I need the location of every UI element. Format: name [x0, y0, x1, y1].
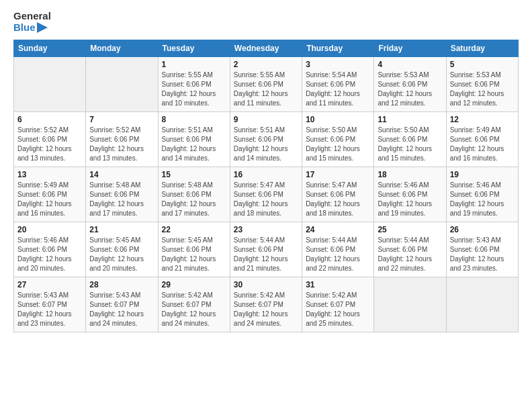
day-number: 19 — [450, 170, 515, 179]
calendar-cell: 7Sunrise: 5:52 AM Sunset: 6:06 PM Daylig… — [86, 112, 158, 167]
logo: General Blue — [13, 11, 51, 33]
header: General Blue — [13, 11, 519, 33]
weekday-header-tuesday: Tuesday — [158, 40, 230, 57]
calendar: SundayMondayTuesdayWednesdayThursdayFrid… — [13, 40, 519, 332]
day-info: Sunrise: 5:55 AM Sunset: 6:06 PM Dayligh… — [162, 71, 226, 108]
day-info: Sunrise: 5:46 AM Sunset: 6:06 PM Dayligh… — [450, 181, 515, 218]
day-number: 21 — [89, 225, 154, 234]
day-number: 11 — [378, 115, 442, 124]
weekday-header-friday: Friday — [374, 40, 446, 57]
weekday-header-sunday: Sunday — [14, 40, 86, 57]
calendar-cell: 16Sunrise: 5:47 AM Sunset: 6:06 PM Dayli… — [230, 167, 302, 222]
calendar-cell: 22Sunrise: 5:45 AM Sunset: 6:06 PM Dayli… — [158, 222, 230, 277]
day-number: 27 — [17, 280, 82, 289]
day-number: 24 — [306, 225, 370, 234]
day-number: 29 — [162, 280, 226, 289]
calendar-week-row: 13Sunrise: 5:49 AM Sunset: 6:06 PM Dayli… — [14, 167, 519, 222]
calendar-cell: 26Sunrise: 5:43 AM Sunset: 6:06 PM Dayli… — [446, 222, 518, 277]
weekday-header-saturday: Saturday — [446, 40, 518, 57]
day-info: Sunrise: 5:44 AM Sunset: 6:06 PM Dayligh… — [234, 236, 298, 273]
day-info: Sunrise: 5:47 AM Sunset: 6:06 PM Dayligh… — [234, 181, 298, 218]
calendar-week-row: 27Sunrise: 5:43 AM Sunset: 6:07 PM Dayli… — [14, 277, 519, 332]
day-info: Sunrise: 5:49 AM Sunset: 6:06 PM Dayligh… — [17, 181, 82, 218]
day-info: Sunrise: 5:45 AM Sunset: 6:06 PM Dayligh… — [89, 236, 154, 273]
day-info: Sunrise: 5:50 AM Sunset: 6:06 PM Dayligh… — [306, 126, 370, 163]
calendar-week-row: 1Sunrise: 5:55 AM Sunset: 6:06 PM Daylig… — [14, 57, 519, 112]
day-number: 20 — [17, 225, 82, 234]
day-number: 12 — [450, 115, 515, 124]
calendar-cell: 10Sunrise: 5:50 AM Sunset: 6:06 PM Dayli… — [302, 112, 374, 167]
logo-blue: Blue — [13, 22, 51, 34]
day-info: Sunrise: 5:54 AM Sunset: 6:06 PM Dayligh… — [306, 71, 370, 108]
calendar-cell: 25Sunrise: 5:44 AM Sunset: 6:06 PM Dayli… — [374, 222, 446, 277]
day-info: Sunrise: 5:43 AM Sunset: 6:07 PM Dayligh… — [89, 291, 154, 328]
day-number: 13 — [17, 170, 82, 179]
calendar-cell: 30Sunrise: 5:42 AM Sunset: 6:07 PM Dayli… — [230, 277, 302, 332]
day-number: 8 — [162, 115, 226, 124]
calendar-cell: 6Sunrise: 5:52 AM Sunset: 6:06 PM Daylig… — [14, 112, 86, 167]
day-number: 16 — [234, 170, 298, 179]
day-number: 7 — [89, 115, 154, 124]
day-number: 14 — [89, 170, 154, 179]
page: General Blue SundayMondayTuesdayWednesda… — [0, 0, 532, 411]
day-number: 10 — [306, 115, 370, 124]
logo-general: General — [13, 11, 51, 22]
day-number: 30 — [234, 280, 298, 289]
calendar-cell: 13Sunrise: 5:49 AM Sunset: 6:06 PM Dayli… — [14, 167, 86, 222]
day-info: Sunrise: 5:51 AM Sunset: 6:06 PM Dayligh… — [234, 126, 298, 163]
day-number: 2 — [234, 60, 298, 69]
calendar-cell: 24Sunrise: 5:44 AM Sunset: 6:06 PM Dayli… — [302, 222, 374, 277]
svg-marker-0 — [37, 22, 48, 33]
day-info: Sunrise: 5:43 AM Sunset: 6:07 PM Dayligh… — [17, 291, 82, 328]
calendar-cell: 15Sunrise: 5:48 AM Sunset: 6:06 PM Dayli… — [158, 167, 230, 222]
calendar-cell: 4Sunrise: 5:53 AM Sunset: 6:06 PM Daylig… — [374, 57, 446, 112]
day-info: Sunrise: 5:44 AM Sunset: 6:06 PM Dayligh… — [306, 236, 370, 273]
calendar-cell: 19Sunrise: 5:46 AM Sunset: 6:06 PM Dayli… — [446, 167, 518, 222]
day-number: 5 — [450, 60, 515, 69]
day-number: 22 — [162, 225, 226, 234]
day-info: Sunrise: 5:48 AM Sunset: 6:06 PM Dayligh… — [89, 181, 154, 218]
day-number: 18 — [378, 170, 442, 179]
day-info: Sunrise: 5:49 AM Sunset: 6:06 PM Dayligh… — [450, 126, 515, 163]
calendar-cell: 21Sunrise: 5:45 AM Sunset: 6:06 PM Dayli… — [86, 222, 158, 277]
weekday-header-wednesday: Wednesday — [230, 40, 302, 57]
day-info: Sunrise: 5:55 AM Sunset: 6:06 PM Dayligh… — [234, 71, 298, 108]
day-info: Sunrise: 5:42 AM Sunset: 6:07 PM Dayligh… — [234, 291, 298, 328]
calendar-week-row: 20Sunrise: 5:46 AM Sunset: 6:06 PM Dayli… — [14, 222, 519, 277]
weekday-header-row: SundayMondayTuesdayWednesdayThursdayFrid… — [14, 40, 519, 57]
day-number: 28 — [89, 280, 154, 289]
calendar-cell: 5Sunrise: 5:53 AM Sunset: 6:06 PM Daylig… — [446, 57, 518, 112]
calendar-cell: 1Sunrise: 5:55 AM Sunset: 6:06 PM Daylig… — [158, 57, 230, 112]
day-number: 15 — [162, 170, 226, 179]
day-number: 3 — [306, 60, 370, 69]
calendar-cell — [374, 277, 446, 332]
calendar-cell: 11Sunrise: 5:50 AM Sunset: 6:06 PM Dayli… — [374, 112, 446, 167]
day-info: Sunrise: 5:43 AM Sunset: 6:06 PM Dayligh… — [450, 236, 515, 273]
day-number: 25 — [378, 225, 442, 234]
day-number: 4 — [378, 60, 442, 69]
day-number: 26 — [450, 225, 515, 234]
weekday-header-thursday: Thursday — [302, 40, 374, 57]
calendar-cell: 23Sunrise: 5:44 AM Sunset: 6:06 PM Dayli… — [230, 222, 302, 277]
calendar-cell: 31Sunrise: 5:42 AM Sunset: 6:07 PM Dayli… — [302, 277, 374, 332]
calendar-cell: 28Sunrise: 5:43 AM Sunset: 6:07 PM Dayli… — [86, 277, 158, 332]
calendar-cell: 9Sunrise: 5:51 AM Sunset: 6:06 PM Daylig… — [230, 112, 302, 167]
day-info: Sunrise: 5:42 AM Sunset: 6:07 PM Dayligh… — [306, 291, 370, 328]
calendar-cell — [86, 57, 158, 112]
day-number: 6 — [17, 115, 82, 124]
day-info: Sunrise: 5:50 AM Sunset: 6:06 PM Dayligh… — [378, 126, 442, 163]
day-number: 23 — [234, 225, 298, 234]
calendar-cell: 12Sunrise: 5:49 AM Sunset: 6:06 PM Dayli… — [446, 112, 518, 167]
day-info: Sunrise: 5:47 AM Sunset: 6:06 PM Dayligh… — [306, 181, 370, 218]
day-info: Sunrise: 5:42 AM Sunset: 6:07 PM Dayligh… — [162, 291, 226, 328]
day-info: Sunrise: 5:52 AM Sunset: 6:06 PM Dayligh… — [17, 126, 82, 163]
calendar-cell: 29Sunrise: 5:42 AM Sunset: 6:07 PM Dayli… — [158, 277, 230, 332]
calendar-cell: 17Sunrise: 5:47 AM Sunset: 6:06 PM Dayli… — [302, 167, 374, 222]
day-number: 17 — [306, 170, 370, 179]
day-info: Sunrise: 5:45 AM Sunset: 6:06 PM Dayligh… — [162, 236, 226, 273]
day-number: 9 — [234, 115, 298, 124]
calendar-cell — [14, 57, 86, 112]
day-info: Sunrise: 5:52 AM Sunset: 6:06 PM Dayligh… — [89, 126, 154, 163]
day-number: 31 — [306, 280, 370, 289]
day-info: Sunrise: 5:46 AM Sunset: 6:06 PM Dayligh… — [17, 236, 82, 273]
